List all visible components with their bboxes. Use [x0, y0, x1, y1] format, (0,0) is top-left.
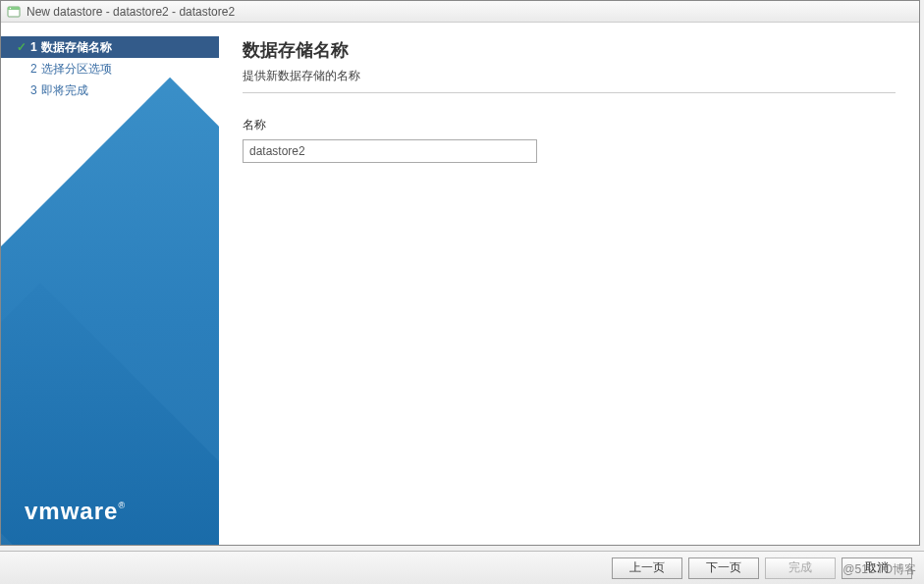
step-label: 即将完成: [41, 82, 88, 99]
step-3-ready-to-complete[interactable]: ✓ 3 即将完成: [1, 80, 219, 101]
step-2-partition-options[interactable]: ✓ 2 选择分区选项: [1, 58, 219, 80]
next-button[interactable]: 下一页: [688, 557, 759, 579]
check-icon: ✓: [17, 40, 30, 54]
step-label: 选择分区选项: [41, 61, 112, 78]
cancel-button[interactable]: 取消: [842, 557, 912, 579]
datastore-name-input[interactable]: [243, 139, 537, 163]
finish-button: 完成: [765, 557, 836, 579]
wizard-steps: ✓ 1 数据存储名称 ✓ 2 选择分区选项 ✓ 3 即将完成: [1, 23, 219, 101]
window-title: New datastore - datastore2 - datastore2: [27, 5, 235, 19]
step-label: 数据存储名称: [41, 39, 112, 56]
wizard-sidebar: ✓ 1 数据存储名称 ✓ 2 选择分区选项 ✓ 3 即将完成 vmware®: [1, 23, 219, 545]
step-1-datastore-name[interactable]: ✓ 1 数据存储名称: [1, 36, 219, 58]
wizard-main-panel: 数据存储名称 提供新数据存储的名称 名称: [219, 23, 919, 545]
vmware-logo: vmware®: [25, 498, 126, 525]
step-number: 3: [30, 83, 37, 97]
back-button[interactable]: 上一页: [612, 557, 682, 579]
wizard-body: ✓ 1 数据存储名称 ✓ 2 选择分区选项 ✓ 3 即将完成 vmware®: [1, 23, 919, 545]
svg-point-2: [10, 7, 11, 8]
datastore-icon: [7, 5, 21, 19]
step-number: 2: [30, 62, 37, 76]
wizard-footer: 上一页 下一页 完成 取消: [0, 551, 924, 584]
titlebar: New datastore - datastore2 - datastore2: [1, 1, 919, 23]
divider: [243, 92, 896, 93]
page-subtitle: 提供新数据存储的名称: [243, 68, 896, 92]
name-field-label: 名称: [243, 117, 896, 133]
step-number: 1: [30, 40, 37, 54]
wizard-window: New datastore - datastore2 - datastore2 …: [0, 0, 920, 546]
page-heading: 数据存储名称: [243, 38, 896, 62]
